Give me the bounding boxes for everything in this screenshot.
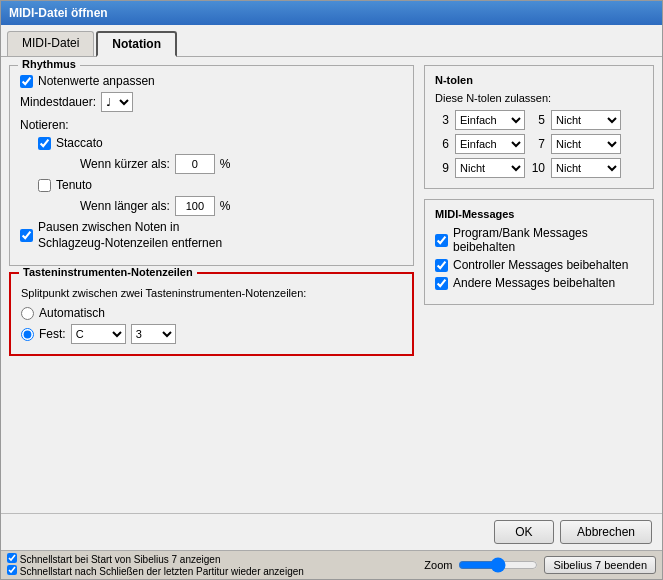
- status-item1: Schnellstart bei Start von Sibelius 7 an…: [7, 553, 304, 565]
- ntolen-title: N-tolen: [435, 74, 643, 86]
- wenn-laenger-input[interactable]: [175, 196, 215, 216]
- controller-label: Controller Messages beibehalten: [453, 258, 628, 272]
- fest-radio[interactable]: [21, 328, 34, 341]
- left-panel: Rhythmus Notenwerte anpassen Mindestdaue…: [9, 65, 414, 505]
- title-bar: MIDI-Datei öffnen: [1, 1, 662, 25]
- diese-label: Diese N-tolen zulassen:: [435, 92, 643, 104]
- mindestdauer-dropdown[interactable]: ♩ ♪: [101, 92, 133, 112]
- rhythmus-group: Rhythmus Notenwerte anpassen Mindestdaue…: [9, 65, 414, 266]
- automatisch-row: Automatisch: [21, 306, 402, 320]
- wenn-kuerzer-input[interactable]: [175, 154, 215, 174]
- tenuto-label: Tenuto: [56, 178, 92, 192]
- notenwerte-label: Notenwerte anpassen: [38, 74, 155, 88]
- midi-title: MIDI-Messages: [435, 208, 643, 220]
- ntolen-row-3: 9 Einfach Nicht Komplex 10 Einfach Nicht…: [435, 158, 643, 178]
- notieren-label-row: Notieren:: [20, 118, 403, 132]
- right-panel: N-tolen Diese N-tolen zulassen: 3 Einfac…: [424, 65, 654, 505]
- automatisch-label: Automatisch: [39, 306, 105, 320]
- status-item2: Schnellstart nach Schließen der letzten …: [7, 565, 304, 577]
- wenn-kuerzer-label: Wenn kürzer als:: [80, 157, 170, 171]
- midi-section: MIDI-Messages Program/Bank Messages beib…: [424, 199, 654, 305]
- percent1: %: [220, 157, 231, 171]
- tasten-group: Tasteninstrumenten-Notenzeilen Splitpunk…: [9, 272, 414, 356]
- ntolen-6-dropdown[interactable]: Einfach Nicht Komplex: [455, 134, 525, 154]
- pausen-row: Pausen zwischen Noten in Schlagzeug-Note…: [20, 220, 403, 251]
- ok-button[interactable]: OK: [494, 520, 554, 544]
- zoom-label: Zoom: [424, 559, 452, 571]
- status-left: Schnellstart bei Start von Sibelius 7 an…: [7, 553, 304, 577]
- ntolen-9-dropdown[interactable]: Einfach Nicht Komplex: [455, 158, 525, 178]
- tasten-label: Tasteninstrumenten-Notenzeilen: [19, 266, 197, 278]
- tenuto-row: Tenuto: [38, 178, 403, 192]
- notenwerte-row: Notenwerte anpassen: [20, 74, 403, 88]
- ntolen-5-dropdown[interactable]: Einfach Nicht Komplex: [551, 110, 621, 130]
- tab-midi-datei[interactable]: MIDI-Datei: [7, 31, 94, 56]
- staccato-row: Staccato: [38, 136, 403, 150]
- controller-checkbox[interactable]: [435, 259, 448, 272]
- automatisch-radio[interactable]: [21, 307, 34, 320]
- mindestdauer-label: Mindestdauer:: [20, 95, 96, 109]
- controller-row: Controller Messages beibehalten: [435, 258, 643, 272]
- pausen-checkbox[interactable]: [20, 229, 33, 242]
- bottom-bar: OK Abbrechen: [1, 513, 662, 550]
- ntolen-section: N-tolen Diese N-tolen zulassen: 3 Einfac…: [424, 65, 654, 189]
- main-window: MIDI-Datei öffnen MIDI-Datei Notation Rh…: [0, 0, 663, 580]
- program-label: Program/Bank Messages beibehalten: [453, 226, 643, 254]
- fest-dropdown2[interactable]: 1 2 3 4 5 6 7: [131, 324, 176, 344]
- fest-row: Fest: C D E F G A B 1 2 3 4: [21, 324, 402, 344]
- tenuto-checkbox[interactable]: [38, 179, 51, 192]
- sibelius-button[interactable]: Sibelius 7 beenden: [544, 556, 656, 574]
- andere-checkbox[interactable]: [435, 277, 448, 290]
- wenn-laenger-row: Wenn länger als: %: [80, 196, 403, 216]
- ntolen-7-dropdown[interactable]: Einfach Nicht Komplex: [551, 134, 621, 154]
- ntolen-row-1: 3 Einfach Nicht Komplex 5 Einfach Nicht …: [435, 110, 643, 130]
- ntolen-row-2: 6 Einfach Nicht Komplex 7 Einfach Nicht …: [435, 134, 643, 154]
- tab-notation[interactable]: Notation: [96, 31, 177, 57]
- splitpunkt-text: Splitpunkt zwischen zwei Tasteninstrumen…: [21, 286, 402, 300]
- program-row: Program/Bank Messages beibehalten: [435, 226, 643, 254]
- wenn-kuerzer-row: Wenn kürzer als: %: [80, 154, 403, 174]
- main-content: Rhythmus Notenwerte anpassen Mindestdaue…: [1, 57, 662, 513]
- zoom-slider[interactable]: [458, 558, 538, 572]
- notieren-label: Notieren:: [20, 118, 69, 132]
- fest-label: Fest:: [39, 327, 66, 341]
- abbrechen-button[interactable]: Abbrechen: [560, 520, 652, 544]
- staccato-label: Staccato: [56, 136, 103, 150]
- zoom-area: Zoom Sibelius 7 beenden: [424, 556, 656, 574]
- program-checkbox[interactable]: [435, 234, 448, 247]
- mindestdauer-row: Mindestdauer: ♩ ♪: [20, 92, 403, 112]
- rhythmus-label: Rhythmus: [18, 58, 80, 70]
- status-checkbox2[interactable]: [7, 565, 17, 575]
- percent2: %: [220, 199, 231, 213]
- ntolen-grid: 3 Einfach Nicht Komplex 5 Einfach Nicht …: [435, 110, 643, 178]
- staccato-checkbox[interactable]: [38, 137, 51, 150]
- andere-row: Andere Messages beibehalten: [435, 276, 643, 290]
- wenn-laenger-label: Wenn länger als:: [80, 199, 170, 213]
- status-bar: Schnellstart bei Start von Sibelius 7 an…: [1, 550, 662, 579]
- fest-dropdown1[interactable]: C D E F G A B: [71, 324, 126, 344]
- window-title: MIDI-Datei öffnen: [9, 6, 108, 20]
- pausen-label: Pausen zwischen Noten in Schlagzeug-Note…: [38, 220, 238, 251]
- notenwerte-checkbox[interactable]: [20, 75, 33, 88]
- status-checkbox1[interactable]: [7, 553, 17, 563]
- ntolen-3-dropdown[interactable]: Einfach Nicht Komplex: [455, 110, 525, 130]
- ntolen-10-dropdown[interactable]: Einfach Nicht Komplex: [551, 158, 621, 178]
- tabs-bar: MIDI-Datei Notation: [1, 25, 662, 57]
- andere-label: Andere Messages beibehalten: [453, 276, 615, 290]
